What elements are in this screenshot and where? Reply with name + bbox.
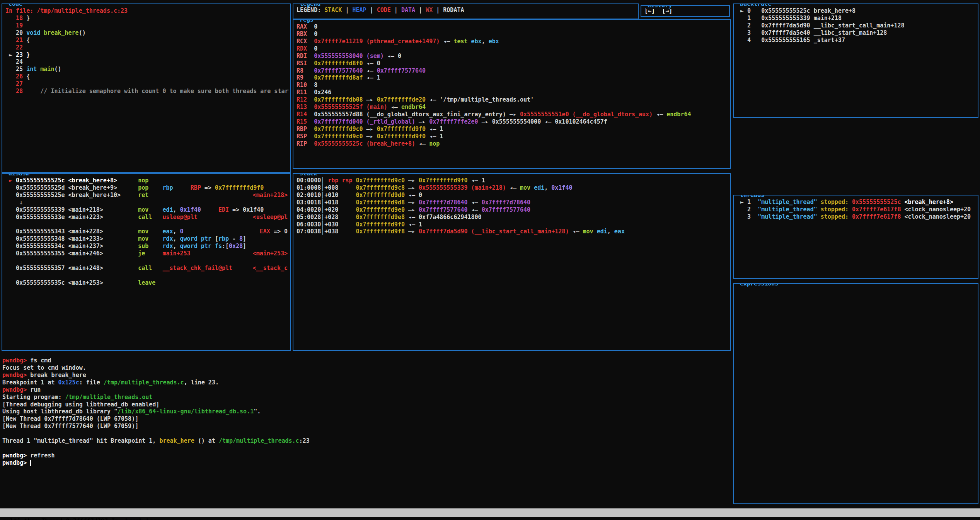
text-segment: mov [138,228,148,235]
text-line: 19 [5,22,289,29]
text-segment: main [40,66,54,73]
right-annotation: <usleep@pl [253,214,288,221]
text-line: [New Thread 0x7ffff7d78640 (LWP 67058)] [2,415,729,423]
text-segment: 0x555555555339 <main+218> [5,206,138,213]
text-segment: main+253 [162,250,190,257]
text-segment: , [173,206,180,213]
text-segment: edi [534,184,544,191]
text-segment: stopped: [821,213,849,220]
text-segment: :[ [222,243,229,250]
text-segment: , [607,228,614,235]
text-segment: 00:0000 [297,177,321,184]
code-panel-title: code [7,3,24,7]
text-line: 04:0020│+020 0x7fffffffd9e0 —▸ 0x7ffff75… [297,206,729,214]
text-segment: R13 [297,104,314,110]
text-segment: 0x1f40 [180,206,201,213]
text-segment: 8 [314,82,317,88]
text-segment: ► 1 [737,199,758,206]
disassembly-listing: ► 0x55555555525c <break_here+8> nop 0x55… [5,177,289,349]
code-panel[interactable]: code In file: /tmp/multiple_threads.c:23… [2,3,291,173]
text-segment: nop [429,140,440,147]
expressions-list [737,287,977,503]
text-segment: pop [138,184,148,191]
text-line: 3 0x7ffff7da5e40 __libc_start_main+128 [737,29,977,37]
text-segment: 0 [314,31,317,37]
text-segment: 0x246 [314,89,331,96]
text-line: Focus set to cmd window. [2,364,729,372]
text-segment: ◂— [468,199,482,206]
registers-panel[interactable]: regs RAX 0RBX 0RCX 0x7ffff7e11219 (pthre… [293,19,731,169]
text-segment: "multiple_thread" [758,213,817,220]
threads-list: ► 1 "multiple_thread" stopped: 0x5555555… [737,199,977,277]
text-segment: Breakpoint 1 at [2,379,58,386]
text-line: 22 [5,44,289,51]
text-segment: HEAP [353,7,366,14]
text-segment: ► 0 0x55555555525c break_here+8 [737,7,856,14]
text-segment: , line 23. [184,379,219,386]
text-segment: ◂— [440,38,453,45]
backtrace-panel[interactable]: backtrace ► 0 0x55555555525c break_here+… [733,3,978,118]
text-segment [173,184,190,191]
text-segment: RBP [191,184,201,191]
text-segment: ◂— 0 [363,60,380,67]
disassembly-panel[interactable]: disasm ► 0x55555555525c <break_here+8> n… [2,173,291,351]
text-segment: —▸ [405,199,419,206]
status-thread-info: multi-thre Thread 0x7ffff7d797 In: break… [3,517,160,520]
text-segment: 0x555555555355 <main+246> [5,250,138,257]
text-segment: rdx [162,235,173,242]
text-segment [901,206,904,213]
text-line: 25 int main() [5,66,289,73]
text-segment: RBP [297,126,314,133]
text-segment: —▸ [405,228,419,235]
console-output[interactable]: pwndbg> fs cmdFocus set to cmd window.pw… [2,357,729,467]
text-segment: ◂— 0 [405,192,422,199]
code-source-listing: In file: /tmp/multiple_threads.c:23 18 }… [5,7,289,171]
text-segment: ] [243,243,246,250]
text-segment: | [342,7,352,14]
text-segment: break_here [44,29,78,36]
text-segment: { [26,37,30,44]
text-line: 1 0x555555555339 main+218 [737,15,977,22]
text-segment [152,214,162,221]
backtrace-list: ► 0 0x55555555525c break_here+8 1 0x5555… [737,7,977,116]
text-line: R10 8 [297,82,729,89]
expressions-panel[interactable]: expressions [733,283,978,504]
text-line: 0x555555555357 <main+248> call __stack_c… [5,265,289,272]
text-segment: 0x7fffffffd9e0 [356,206,405,213]
text-segment [849,199,852,206]
text-segment: rsp [342,177,352,184]
text-segment: 0x7ffff7ffe2e0 [429,118,478,125]
text-segment: ◂— [387,104,401,110]
text-segment: 0x7fffffffd9f8 [356,228,405,235]
text-segment: ret [138,192,148,199]
text-segment: 0x7fffffffd9f0 [215,184,264,191]
text-line: R13 0x55555555525f (main) ◂— endbr64 [297,104,729,111]
text-segment: 0x55555555525c (break_here+8) [314,140,415,147]
text-segment: () [54,66,61,73]
text-line [5,221,289,228]
text-segment: - [229,235,239,242]
text-segment: ↓ [5,199,23,206]
text-segment: pwndbg> [2,452,30,459]
text-segment: 0x55555555525d <break_here+9> [5,184,138,191]
stack-panel[interactable]: stack 00:0000│ rbp rsp 0x7fffffffd9c0 —▸… [293,173,731,351]
text-segment: —▸ [506,111,520,118]
text-segment: , [173,243,180,250]
text-segment: test [453,38,467,45]
text-segment: <main+253> [253,250,288,257]
text-segment: 0 [314,45,317,52]
text-segment: CODE [377,7,391,14]
text-segment: rbp [218,235,229,242]
text-segment: 04:0020│+020 [297,206,356,213]
threads-panel[interactable]: threads ► 1 "multiple_thread" stopped: 0… [733,195,978,279]
text-segment: [Thread debugging using libthread_db ena… [2,401,159,408]
text-line: ► 23 } [5,51,289,59]
text-line: 27 [5,80,289,88]
text-segment: R11 [297,89,314,96]
text-segment: 2 0x7ffff7da5d90 __libc_start_call_main+… [737,22,904,29]
text-segment: ebx [489,38,499,45]
text-line: 01:0008│+008 0x7fffffffd9c8 —▸ 0x5555555… [297,184,729,192]
text-segment: ◂— [363,67,377,74]
text-segment: 0x55555555534c <main+237> [5,243,138,250]
text-segment: ► [5,177,16,184]
